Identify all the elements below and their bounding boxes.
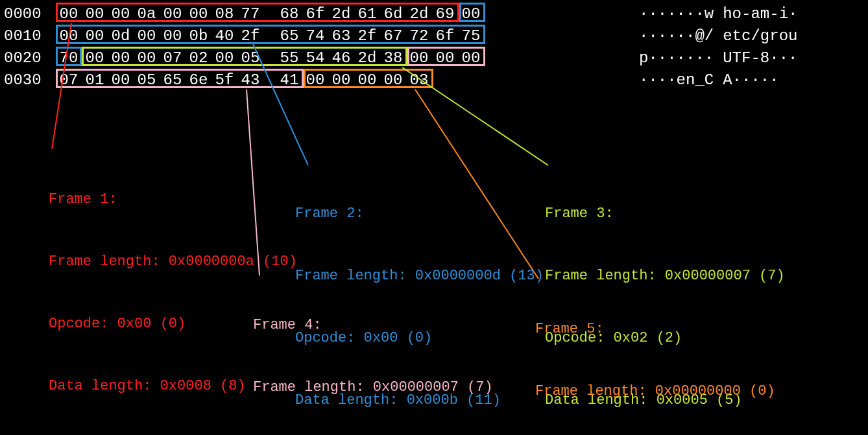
frame5-title: Frame 5:: [535, 319, 775, 340]
frame5-length: Frame length: 0x00000000 (0): [535, 381, 775, 402]
frame1-title: Frame 1:: [49, 189, 297, 210]
frame4-length: Frame length: 0x00000007 (7): [253, 377, 493, 398]
frame2-title: Frame 2:: [295, 204, 544, 224]
frame1-length: Frame length: 0x0000000a (10): [49, 252, 297, 272]
frame4-title: Frame 4:: [253, 315, 493, 336]
frame5-annotation: Frame 5: Frame length: 0x00000000 (0) Op…: [535, 277, 775, 435]
frame3-title: Frame 3:: [545, 204, 785, 224]
frame4-annotation: Frame 4: Frame length: 0x00000007 (7) Op…: [253, 274, 493, 435]
annotations: Frame 1: Frame length: 0x0000000a (10) O…: [0, 0, 868, 435]
